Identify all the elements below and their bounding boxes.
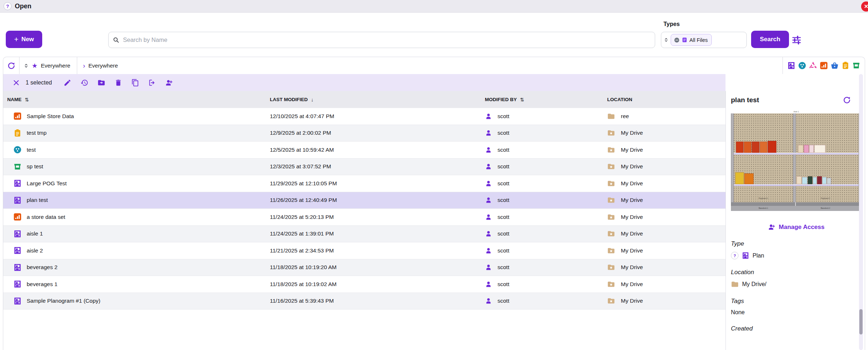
sort-both-icon: ⇅ [25,97,29,103]
location-value: My Drive [621,298,643,304]
history-icon[interactable] [80,79,88,87]
table-row[interactable]: sp test 12/3/2025 at 3:07:52 PM scott My… [3,159,725,176]
folder-icon [607,280,615,288]
scope-label: Everywhere [41,62,70,69]
last-modified-value: 12/9/2025 at 2:00:02 PM [270,125,485,142]
move-to-folder-icon[interactable] [97,79,105,87]
store-icon[interactable] [852,61,860,70]
file-name: beverages 2 [27,264,57,271]
file-name: beverages 1 [27,281,57,288]
table-row[interactable]: test tmp 12/9/2025 at 2:00:02 PM scott M… [3,125,725,142]
rename-icon[interactable] [63,79,71,87]
new-button[interactable]: + New [6,31,42,48]
file-name: Large POG Test [27,180,67,187]
product-facing [797,176,802,184]
table-row[interactable]: a store data set 11/24/2025 at 5:20:13 P… [3,209,725,226]
location-value: My Drive [621,180,643,187]
vertical-scrollbar[interactable] [859,74,863,350]
chart-icon[interactable] [820,61,828,70]
last-modified-value: 11/29/2025 at 12:10:05 PM [270,175,485,192]
person-icon [485,129,492,137]
file-table-body: Sample Store Data 12/10/2025 at 4:07:47 … [3,108,725,310]
column-header-modified-by[interactable]: MODIFIED BY⇅ [485,91,607,108]
basedeck-label: Basedeck 1 [734,207,793,209]
product-facing [798,145,803,153]
scrollbar-thumb[interactable] [859,309,863,334]
share-icon[interactable] [165,79,173,87]
product-facing [752,142,759,153]
type-chip-all-files[interactable]: All Files [671,34,712,46]
table-row[interactable]: beverages 2 11/18/2025 at 10:19:20 AM sc… [3,259,725,276]
delete-icon[interactable] [114,79,122,87]
help-icon[interactable]: ? [4,2,12,10]
planogram-icon[interactable] [787,61,795,70]
table-row[interactable]: plan test 11/26/2025 at 12:40:49 PM scot… [3,192,725,209]
table-row[interactable]: aisle 2 11/21/2025 at 2:34:53 PM scott M… [3,242,725,259]
export-icon[interactable] [148,79,156,87]
filetype-icons [783,61,865,70]
planogram-preview: Aisle 1 Pegboard 1 Pegboard 2 Basedeck 1… [731,111,862,211]
selection-toolbar: 1 selected [3,74,725,91]
window-title-bar: ? Open [0,0,868,13]
column-header-last-modified[interactable]: LAST MODIFIED↓ [270,91,485,108]
person-icon [485,163,492,170]
refresh-icon[interactable] [3,57,19,74]
types-select[interactable]: All Files [661,32,747,48]
location-field-label: Location [731,269,862,276]
last-modified-value: 11/24/2025 at 1:39:01 PM [270,226,485,242]
last-modified-value: 11/16/2025 at 5:39:43 PM [270,293,485,310]
ball-icon[interactable] [798,61,806,70]
search-input[interactable] [108,32,655,48]
product-facing [814,145,825,153]
selected-file-title: plan test [731,96,759,104]
modified-by-value: scott [497,147,509,153]
refresh-preview-icon[interactable] [843,96,851,104]
table-row[interactable]: Sample Planogram #1 (Copy) 11/16/2025 at… [3,293,725,310]
file-type-icon [13,179,22,187]
scope-selector[interactable]: ★ Everywhere [19,57,77,74]
last-modified-value: 11/24/2025 at 5:20:13 PM [270,209,485,225]
basket-icon[interactable] [830,61,839,70]
file-icon [682,37,687,43]
breadcrumb[interactable]: › Everywhere [77,57,124,74]
filetype-filter-group [782,57,865,74]
file-type-icon [13,297,22,305]
duplicate-icon[interactable] [131,79,139,87]
table-row[interactable]: Large POG Test 11/29/2025 at 12:10:05 PM… [3,175,725,192]
search-button[interactable]: Search [751,31,789,48]
recycle-icon[interactable] [809,61,817,70]
type-help-icon[interactable]: ? [731,252,738,259]
modified-by-value: scott [497,264,509,271]
window-title: Open [15,3,31,10]
manage-access-link[interactable]: Manage Access [731,223,862,231]
location-value: ree [621,113,629,120]
column-header-name[interactable]: NAME⇅ [3,91,270,108]
modified-by-value: scott [497,298,509,304]
close-icon: ✕ [864,3,868,10]
location-value: My Drive [621,214,643,220]
modified-by-value: scott [497,281,509,288]
clear-selection-icon[interactable] [13,79,20,86]
product-facing [809,145,814,153]
modified-by-value: scott [497,230,509,237]
folder-icon [607,263,615,271]
filter-sliders-icon[interactable] [792,35,802,45]
product-facing [744,173,754,184]
tags-field-label: Tags [731,298,862,305]
table-row[interactable]: beverages 1 11/18/2025 at 10:19:02 AM sc… [3,276,725,293]
location-value: My Drive [621,147,643,153]
clipboard-icon[interactable] [841,61,850,70]
table-row[interactable]: Sample Store Data 12/10/2025 at 4:07:47 … [3,108,725,125]
location-value: My Drive [621,230,643,237]
file-type-icon [13,112,22,120]
last-modified-value: 12/3/2025 at 3:07:52 PM [270,159,485,175]
type-value: Plan [753,252,764,259]
remove-chip-icon[interactable] [674,37,680,43]
location-value: My Drive/ [742,281,767,288]
column-header-location[interactable]: LOCATION [607,91,725,108]
table-row[interactable]: aisle 1 11/24/2025 at 1:39:01 PM scott M… [3,226,725,243]
folder-icon [607,163,615,170]
product-facing [804,145,809,153]
plan-type-icon [742,252,749,259]
table-row[interactable]: test 12/5/2025 at 10:59:42 AM scott My D… [3,142,725,159]
